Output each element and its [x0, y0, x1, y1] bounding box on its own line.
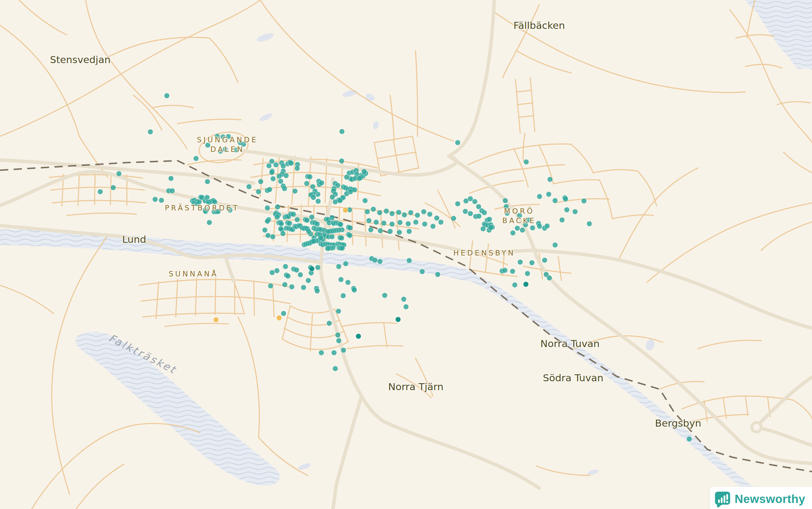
data-point [307, 174, 312, 179]
data-point [419, 269, 425, 274]
data-point [301, 285, 306, 290]
data-point [335, 333, 340, 338]
data-point [572, 209, 577, 214]
data-point [408, 210, 413, 215]
newsworthy-logo[interactable]: Newsworthy [710, 487, 812, 509]
data-point [403, 304, 409, 309]
data-point [480, 226, 486, 231]
data-point [518, 260, 523, 265]
data-point [520, 228, 525, 233]
data-point [546, 192, 551, 197]
data-point [284, 173, 289, 178]
data-point [434, 215, 439, 220]
data-point [327, 321, 332, 326]
data-point [382, 293, 387, 298]
data-point-orange [277, 315, 282, 320]
data-point [537, 194, 542, 199]
data-point [277, 174, 282, 179]
data-point [560, 217, 565, 223]
data-point [340, 246, 345, 251]
data-point [482, 210, 487, 215]
data-point [548, 177, 553, 182]
data-point [306, 278, 311, 283]
data-point [505, 211, 510, 216]
data-point [530, 225, 535, 230]
data-point [282, 282, 287, 287]
data-point [542, 258, 547, 263]
data-point [455, 140, 460, 145]
data-point [515, 226, 520, 231]
data-point [339, 159, 344, 164]
data-point [287, 221, 292, 226]
data-point [315, 265, 320, 270]
data-point [341, 348, 346, 353]
data-point [281, 311, 286, 316]
data-point [401, 297, 406, 302]
data-point [381, 220, 386, 226]
data-point-dark [396, 317, 401, 322]
data-point [267, 163, 272, 168]
data-point [529, 260, 534, 265]
data-point [345, 280, 350, 285]
data-point [564, 207, 569, 212]
data-point [366, 218, 371, 223]
data-point [197, 199, 202, 204]
data-point [330, 195, 335, 200]
data-point [332, 350, 337, 355]
data-point [341, 293, 346, 298]
data-point [315, 289, 320, 294]
data-point [357, 176, 362, 181]
data-point [311, 195, 316, 200]
data-point [387, 229, 393, 234]
data-point [207, 220, 212, 225]
data-point [268, 283, 273, 289]
data-point [111, 185, 116, 190]
data-point [218, 149, 223, 154]
data-point [280, 231, 285, 236]
data-point [333, 199, 338, 204]
data-point [343, 261, 348, 266]
data-point [168, 176, 174, 181]
data-point [238, 140, 243, 145]
data-point-dark [523, 282, 528, 287]
data-point [275, 204, 280, 209]
data-point [523, 222, 528, 227]
data-point [396, 210, 401, 215]
data-point [512, 282, 517, 287]
data-point [348, 225, 353, 230]
data-point [311, 239, 316, 244]
data-point [279, 221, 284, 226]
data-point [148, 129, 153, 134]
data-point [544, 224, 550, 229]
data-point [282, 186, 287, 191]
newsworthy-icon [714, 491, 731, 507]
data-point [415, 213, 420, 218]
data-point [406, 221, 411, 226]
data-point [553, 198, 558, 203]
data-point [547, 275, 552, 280]
data-point [246, 184, 252, 189]
data-point [306, 229, 311, 234]
data-point-dark [356, 334, 361, 339]
map-canvas: StensvedjanFällbäckenLundNorra TjärnNorr… [0, 0, 812, 509]
data-point [427, 212, 432, 217]
data-point [164, 93, 169, 98]
data-point [339, 129, 344, 134]
data-point [371, 207, 376, 212]
data-point [319, 350, 324, 355]
data-point [365, 209, 370, 214]
data-point [422, 222, 427, 227]
data-point [220, 134, 225, 139]
data-point [336, 309, 341, 314]
basemap-graphic [0, 0, 812, 509]
data-point [344, 175, 349, 180]
data-point [347, 233, 352, 238]
data-point [468, 211, 473, 216]
data-point [553, 242, 558, 247]
data-point [212, 199, 217, 204]
data-point [265, 219, 270, 224]
data-point [330, 215, 335, 220]
data-point [285, 273, 290, 279]
data-point [338, 198, 343, 203]
data-point [336, 264, 341, 269]
